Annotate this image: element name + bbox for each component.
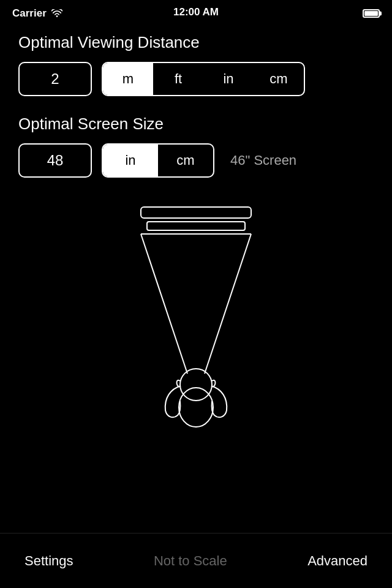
tab-settings[interactable]: Settings bbox=[18, 547, 80, 575]
screen-size-label: Optimal Screen Size bbox=[18, 115, 374, 134]
svg-rect-1 bbox=[141, 207, 251, 218]
status-left: Carrier bbox=[12, 7, 62, 20]
battery-icon bbox=[363, 9, 380, 18]
viewing-distance-label: Optimal Viewing Distance bbox=[18, 33, 374, 52]
svg-line-5 bbox=[205, 234, 251, 374]
screen-size-value[interactable]: 48 bbox=[18, 143, 92, 178]
viewing-distance-row: 2 m ft in cm bbox=[18, 62, 374, 96]
unit-btn-m[interactable]: m bbox=[103, 63, 153, 95]
screen-note: 46" Screen bbox=[230, 153, 296, 168]
status-right bbox=[363, 9, 380, 18]
viewing-distance-value[interactable]: 2 bbox=[18, 62, 92, 96]
viewing-unit-toggle: m ft in cm bbox=[102, 62, 305, 96]
carrier-label: Carrier bbox=[12, 7, 47, 20]
unit-btn-in[interactable]: in bbox=[203, 63, 254, 95]
wifi-icon bbox=[51, 9, 62, 18]
screen-unit-btn-in[interactable]: in bbox=[103, 145, 158, 176]
screen-size-row: 48 in cm 46" Screen bbox=[18, 143, 374, 178]
diagram-svg bbox=[80, 196, 312, 429]
status-bar: Carrier 12:00 AM bbox=[0, 0, 392, 27]
svg-point-0 bbox=[56, 15, 58, 17]
tab-advanced[interactable]: Advanced bbox=[301, 547, 374, 575]
viewing-diagram bbox=[0, 196, 392, 429]
tab-not-to-scale: Not to Scale bbox=[148, 547, 233, 575]
svg-point-7 bbox=[179, 388, 213, 427]
unit-btn-cm[interactable]: cm bbox=[254, 63, 304, 95]
tab-bar: Settings Not to Scale Advanced bbox=[0, 533, 392, 588]
svg-line-4 bbox=[141, 234, 187, 374]
main-content: Optimal Viewing Distance 2 m ft in cm Op… bbox=[0, 27, 392, 178]
svg-point-6 bbox=[180, 369, 212, 401]
time-label: 12:00 AM bbox=[173, 6, 219, 18]
unit-btn-ft[interactable]: ft bbox=[153, 63, 203, 95]
screen-unit-toggle: in cm bbox=[102, 143, 214, 178]
svg-rect-2 bbox=[147, 222, 245, 230]
screen-unit-btn-cm[interactable]: cm bbox=[158, 145, 213, 176]
